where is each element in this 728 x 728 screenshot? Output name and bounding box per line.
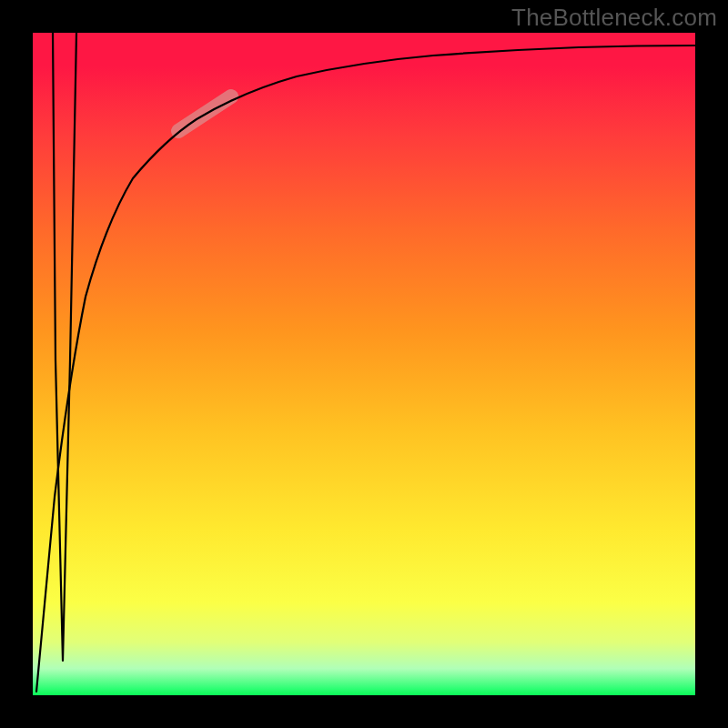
chart-stage: TheBottleneck.com [0,0,728,728]
plot-area [33,33,695,695]
watermark-text: TheBottleneck.com [511,4,717,32]
